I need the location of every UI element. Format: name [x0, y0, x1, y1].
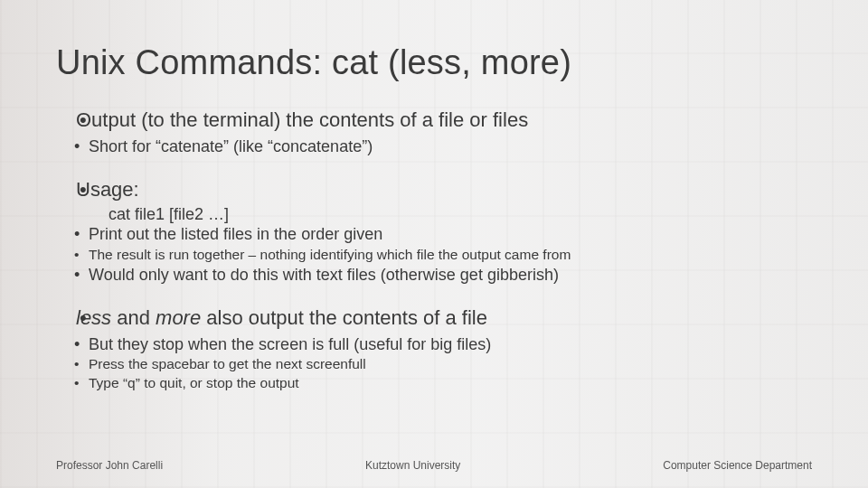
bullet-catenate: Short for “catenate” (like “concatenate”… [89, 136, 812, 157]
bullet-block-output: Output (to the terminal) the contents of… [56, 108, 812, 157]
bullet-block-less-more: less and more also output the contents o… [56, 305, 812, 393]
bullet-print: Print out the listed files in the order … [89, 224, 812, 245]
bullet-spacebar: Press the spacebar to get the next scree… [89, 355, 812, 374]
bullet-stop-full: But they stop when the screen is full (u… [89, 334, 812, 355]
slide-content: Unix Commands: cat (less, more) Output (… [0, 0, 868, 488]
slide-title: Unix Commands: cat (less, more) [56, 43, 812, 82]
bullet-output: Output (to the terminal) the contents of… [76, 108, 812, 133]
bullet-text-files: Would only want to do this with text fil… [89, 265, 812, 286]
bullet-usage: Usage: [76, 177, 812, 202]
text-and: and [111, 306, 156, 329]
bullet-run-together: The result is run together – nothing ide… [89, 246, 812, 265]
text-also-output: also output the contents of a file [201, 306, 487, 329]
bullet-block-usage: Usage: cat file1 [file2 …] Print out the… [56, 177, 812, 286]
bullet-quit: Type “q” to quit, or stop the output [89, 374, 812, 393]
usage-syntax: cat file1 [file2 …] [56, 205, 812, 224]
cmd-less: less [76, 306, 111, 329]
bullet-less-more: less and more also output the contents o… [76, 305, 812, 331]
cmd-more: more [156, 306, 201, 329]
